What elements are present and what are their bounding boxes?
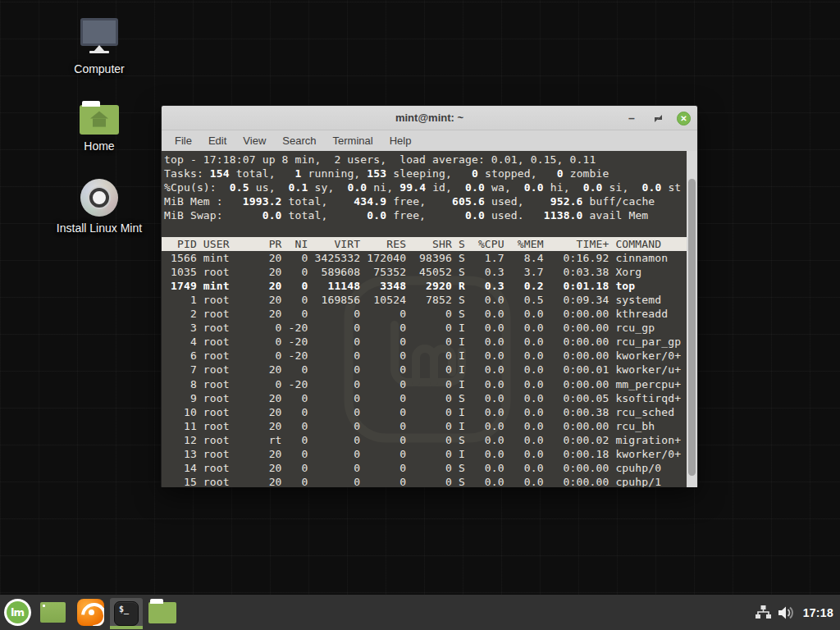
folder-icon	[148, 602, 176, 623]
window-title: mint@mint: ~	[162, 112, 697, 124]
process-row: 11 root 20 0 0 0 0 I 0.0 0.0 0:00.00 rcu…	[164, 419, 687, 433]
process-row: 15 root 20 0 0 0 0 S 0.0 0.0 0:00.00 cpu…	[164, 475, 687, 487]
process-row: 7 root 20 0 0 0 0 I 0.0 0.0 0:00.01 kwor…	[164, 363, 687, 377]
files-launcher[interactable]	[143, 595, 182, 630]
top-summary-line: Tasks: 154 total, 1 running, 153 sleepin…	[164, 167, 687, 180]
menu-bar: FileEditViewSearchTerminalHelp	[162, 130, 697, 151]
top-summary-line: MiB Swap: 0.0 total, 0.0 free, 0.0 used.…	[164, 208, 687, 222]
process-row: 8 root 0 -20 0 0 0 I 0.0 0.0 0:00.00 mm_…	[164, 377, 687, 391]
top-process-list: 1566 mint 20 0 3425332 172040 98396 S 1.…	[164, 251, 687, 487]
active-app-indicator	[110, 626, 143, 629]
process-row: 14 root 20 0 0 0 0 S 0.0 0.0 0:00.00 cpu…	[164, 461, 687, 475]
top-table-header: PID USER PR NI VIRT RES SHR S %CPU %MEM …	[162, 237, 687, 251]
close-button[interactable]: ✕	[677, 112, 691, 126]
maximize-icon	[655, 115, 662, 122]
terminal-screen[interactable]: top - 17:18:07 up 8 min, 2 users, load a…	[162, 151, 687, 487]
window-titlebar[interactable]: mint@mint: ~ – ✕	[162, 106, 697, 130]
minimize-button[interactable]: –	[624, 111, 639, 126]
cd-disc-icon	[80, 179, 118, 217]
firefox-icon	[77, 599, 104, 626]
show-desktop-button[interactable]	[34, 595, 71, 630]
menu-item-file[interactable]: File	[167, 133, 200, 148]
process-row: 2 root 20 0 0 0 0 S 0.0 0.0 0:00.00 kthr…	[164, 307, 687, 321]
desktop-icon-label: Install Linux Mint	[54, 221, 144, 235]
scrollbar-thumb[interactable]	[688, 179, 696, 476]
menu-item-view[interactable]: View	[235, 133, 274, 148]
process-row: 4 root 0 -20 0 0 0 I 0.0 0.0 0:00.00 rcu…	[164, 335, 687, 349]
process-row: 10 root 20 0 0 0 0 I 0.0 0.0 0:00.38 rcu…	[164, 405, 687, 419]
top-summary-line: %Cpu(s): 0.5 us, 0.1 sy, 0.0 ni, 99.4 id…	[164, 180, 687, 194]
taskbar-terminal-active[interactable]: $_	[110, 598, 143, 629]
mint-logo-icon: lm	[4, 599, 31, 626]
volume-icon[interactable]	[778, 605, 796, 620]
mint-menu-button[interactable]: lm	[0, 595, 34, 630]
taskbar-clock[interactable]: 17:18	[803, 606, 833, 619]
top-summary-line: top - 17:18:07 up 8 min, 2 users, load a…	[164, 153, 687, 167]
menu-item-edit[interactable]: Edit	[200, 133, 235, 148]
home-folder-icon	[54, 105, 144, 135]
process-row: 9 root 20 0 0 0 0 S 0.0 0.0 0:00.05 ksof…	[164, 391, 687, 405]
maximize-button[interactable]	[651, 111, 665, 126]
menu-item-search[interactable]: Search	[274, 133, 324, 148]
menu-item-help[interactable]: Help	[381, 133, 420, 148]
process-row: 3 root 0 -20 0 0 0 I 0.0 0.0 0:00.00 rcu…	[164, 321, 687, 335]
process-row: 1 root 20 0 169856 10524 7852 S 0.0 0.5 …	[164, 293, 687, 307]
desktop-icon-home[interactable]: Home	[54, 98, 144, 153]
terminal-window: mint@mint: ~ – ✕ FileEditViewSearchTermi…	[161, 105, 698, 487]
desktop-icon-install-linux-mint[interactable]: Install Linux Mint	[54, 179, 144, 235]
desktop-icon-computer[interactable]: Computer	[54, 18, 144, 75]
desktop-icon-label: Home	[54, 139, 144, 153]
top-summary-line: MiB Mem : 1993.2 total, 434.9 free, 605.…	[164, 194, 687, 208]
process-row: 12 root rt 0 0 0 0 S 0.0 0.0 0:00.02 mig…	[164, 433, 687, 447]
show-desktop-icon	[40, 602, 66, 623]
computer-icon	[54, 18, 144, 57]
top-summary: top - 17:18:07 up 8 min, 2 users, load a…	[164, 153, 687, 222]
terminal-body[interactable]: top - 17:18:07 up 8 min, 2 users, load a…	[162, 151, 697, 487]
taskbar: lm $_	[0, 595, 840, 630]
menu-item-terminal[interactable]: Terminal	[325, 133, 381, 148]
network-icon[interactable]	[756, 605, 771, 619]
process-row: 1035 root 20 0 589608 75352 45052 S 0.3 …	[164, 265, 687, 279]
process-row: 1566 mint 20 0 3425332 172040 98396 S 1.…	[164, 251, 687, 265]
scrollbar-track[interactable]	[687, 151, 697, 487]
terminal-icon: $_	[114, 601, 139, 626]
firefox-launcher[interactable]	[71, 595, 110, 630]
process-row: 1749 mint 20 0 11148 3348 2920 R 0.3 0.2…	[164, 279, 687, 293]
desktop-icon-label: Computer	[54, 62, 144, 75]
process-row: 13 root 20 0 0 0 0 I 0.0 0.0 0:00.18 kwo…	[164, 447, 687, 461]
process-row: 6 root 0 -20 0 0 0 I 0.0 0.0 0:00.00 kwo…	[164, 349, 687, 363]
